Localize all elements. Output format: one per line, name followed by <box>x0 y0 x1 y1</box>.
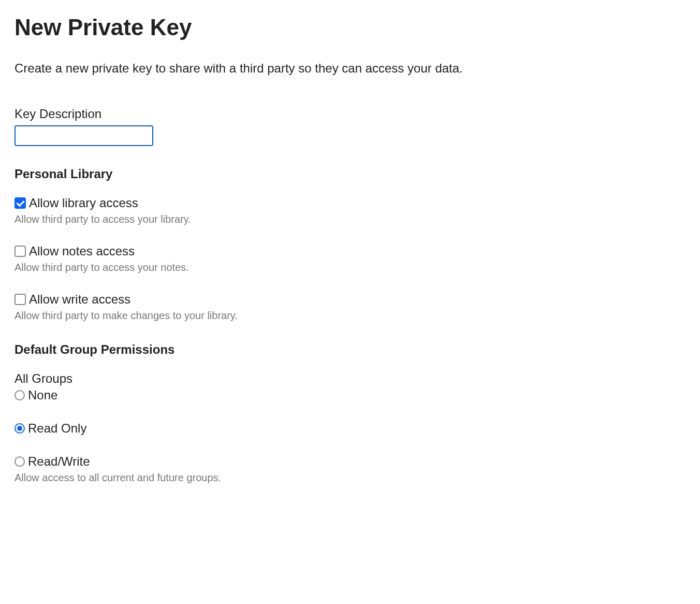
allow-library-access-description: Allow third party to access your library… <box>14 213 686 225</box>
allow-notes-access-description: Allow third party to access your notes. <box>14 262 686 274</box>
allow-library-access-option: Allow library access Allow third party t… <box>14 196 686 225</box>
key-description-input[interactable] <box>14 125 153 146</box>
page-subtitle: Create a new private key to share with a… <box>14 61 686 76</box>
page-title: New Private Key <box>14 15 686 40</box>
allow-write-access-label: Allow write access <box>29 292 130 307</box>
group-permission-read-write-option: Read/Write Allow access to all current a… <box>14 454 686 484</box>
group-permissions-radio-group: None Read Only Read/Write Allow access t… <box>14 388 686 484</box>
group-permissions-footer-description: Allow access to all current and future g… <box>14 472 686 484</box>
allow-library-access-label: Allow library access <box>29 196 138 210</box>
all-groups-label: All Groups <box>14 371 686 386</box>
key-description-label: Key Description <box>14 107 686 121</box>
group-permission-none-radio[interactable] <box>14 390 25 400</box>
group-permission-read-only-label: Read Only <box>28 421 86 436</box>
allow-write-access-checkbox[interactable] <box>14 294 26 305</box>
group-permission-none-label: None <box>28 388 57 402</box>
allow-notes-access-checkbox[interactable] <box>14 246 26 257</box>
allow-notes-access-label: Allow notes access <box>29 244 135 258</box>
group-permission-read-write-radio[interactable] <box>14 456 25 467</box>
group-permission-read-write-label: Read/Write <box>28 454 90 469</box>
group-permissions-heading: Default Group Permissions <box>14 342 686 357</box>
personal-library-heading: Personal Library <box>14 167 686 181</box>
group-permission-read-only-radio[interactable] <box>14 423 25 434</box>
allow-library-access-checkbox[interactable] <box>14 197 26 209</box>
group-permission-none-option: None <box>14 388 686 402</box>
allow-write-access-description: Allow third party to make changes to you… <box>14 310 686 322</box>
group-permission-read-only-option: Read Only <box>14 421 686 436</box>
allow-notes-access-option: Allow notes access Allow third party to … <box>14 244 686 274</box>
allow-write-access-option: Allow write access Allow third party to … <box>14 292 686 322</box>
